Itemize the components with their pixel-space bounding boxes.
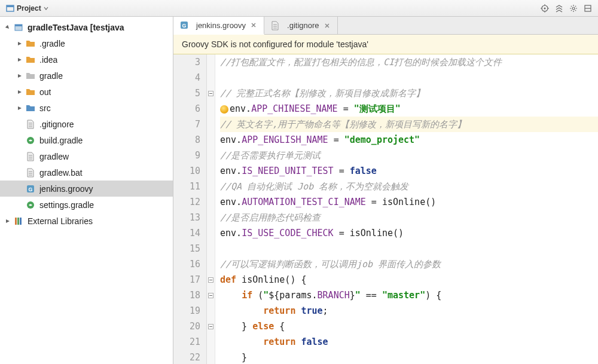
tab-label: .gitignore bbox=[287, 21, 319, 30]
locate-button[interactable] bbox=[538, 2, 551, 15]
code-editor[interactable]: 34567891011121314151617181920212223 //打包… bbox=[173, 54, 598, 364]
tab-label: jenkins.groovy bbox=[196, 21, 246, 30]
settings-button[interactable] bbox=[567, 2, 580, 15]
fold-marker bbox=[207, 334, 215, 350]
close-icon[interactable] bbox=[249, 21, 258, 29]
tree-item-src[interactable]: src bbox=[0, 100, 173, 116]
tree-item--gitignore[interactable]: .gitignore bbox=[0, 116, 173, 132]
line-number: 13 bbox=[173, 210, 200, 225]
code-line[interactable]: def isOnline() { bbox=[220, 272, 598, 287]
svg-rect-26 bbox=[15, 218, 17, 225]
code-line[interactable]: } bbox=[220, 350, 598, 364]
fold-marker[interactable] bbox=[207, 287, 215, 303]
fold-marker bbox=[207, 303, 215, 319]
tree-item-label: .idea bbox=[39, 55, 57, 65]
tree-item-gradle[interactable]: gradle bbox=[0, 68, 173, 84]
expand-arrow-icon[interactable] bbox=[4, 23, 12, 32]
svg-rect-12 bbox=[15, 25, 22, 26]
code-line[interactable] bbox=[220, 70, 598, 85]
tree-item-build-gradle[interactable]: build.gradle bbox=[0, 132, 173, 148]
lightbulb-icon[interactable] bbox=[220, 105, 228, 114]
expand-arrow-icon[interactable] bbox=[16, 169, 24, 177]
line-number: 20 bbox=[173, 319, 200, 334]
project-root[interactable]: gradleTestJava [testjava bbox=[0, 19, 173, 35]
tab--gitignore[interactable]: .gitignore bbox=[264, 17, 337, 34]
module-icon bbox=[13, 22, 24, 33]
line-number: 14 bbox=[173, 225, 200, 241]
fold-marker bbox=[207, 163, 215, 179]
tab-jenkins-groovy[interactable]: Gjenkins.groovy bbox=[173, 17, 264, 35]
code-line[interactable]: env.AUTOMATION_TEST_CI_NAME = isOnline() bbox=[220, 194, 598, 210]
fold-marker[interactable] bbox=[207, 319, 215, 334]
file-groovy-icon: G bbox=[25, 183, 36, 194]
code-line[interactable]: // 完整正式名称【别修改，新项目修改成新名字】 bbox=[220, 85, 598, 101]
expand-arrow-icon[interactable] bbox=[16, 120, 24, 129]
expand-arrow-icon[interactable] bbox=[16, 136, 24, 145]
code-line[interactable]: //打包配置文件，配置打包相关的信息，CI打包的时候会加载这个文件 bbox=[220, 54, 598, 70]
fold-marker[interactable] bbox=[207, 85, 215, 101]
code-line[interactable]: env.IS_USE_CODE_CHECK = isOnline() bbox=[220, 225, 598, 241]
line-number: 7 bbox=[173, 117, 200, 132]
expand-arrow-icon[interactable] bbox=[16, 56, 24, 64]
expand-arrow-icon[interactable] bbox=[4, 217, 12, 225]
code-line[interactable]: env.APP_CHINESE_NAME = "测试项目" bbox=[220, 101, 598, 117]
expand-arrow-icon[interactable] bbox=[16, 104, 24, 112]
text-file-icon bbox=[270, 21, 280, 30]
expand-arrow-icon[interactable] bbox=[16, 88, 24, 96]
collapse-all-button[interactable] bbox=[553, 2, 566, 15]
expand-arrow-icon[interactable] bbox=[16, 201, 24, 209]
line-number: 4 bbox=[173, 70, 200, 85]
sdk-notification[interactable]: Groovy SDK is not configured for module … bbox=[173, 35, 598, 54]
code-line[interactable]: return false bbox=[220, 334, 598, 350]
fold-marker bbox=[207, 256, 215, 272]
gear-icon bbox=[569, 4, 578, 13]
tree-item-out[interactable]: out bbox=[0, 84, 173, 100]
line-number: 17 bbox=[173, 272, 200, 287]
code-line[interactable]: // 英文名字,用于产物命名等【别修改，新项目写新的名字】 bbox=[220, 117, 598, 132]
external-libraries-label: External Libraries bbox=[28, 216, 93, 226]
code-content[interactable]: //打包配置文件，配置打包相关的信息，CI打包的时候会加载这个文件 // 完整正… bbox=[215, 54, 598, 364]
line-number: 6 bbox=[173, 101, 200, 117]
code-line[interactable]: //是否需要执行单元测试 bbox=[220, 148, 598, 163]
folder-gray-icon bbox=[25, 71, 36, 81]
tree-item--idea[interactable]: .idea bbox=[0, 51, 173, 68]
file-text-icon bbox=[25, 151, 36, 162]
main-area: gradleTestJava [testjava .gradle.ideagra… bbox=[0, 17, 598, 364]
code-line[interactable]: //是否启用静态代码检查 bbox=[220, 210, 598, 225]
expand-arrow-icon[interactable] bbox=[16, 185, 24, 193]
expand-arrow-icon[interactable] bbox=[16, 39, 24, 48]
code-line[interactable] bbox=[220, 241, 598, 256]
code-line[interactable]: //可以写逻辑判断函数，可以调用job 界面传入的参数 bbox=[220, 256, 598, 272]
line-number: 18 bbox=[173, 287, 200, 303]
code-line[interactable]: env.APP_ENGLISH_NAME = "demo_project" bbox=[220, 132, 598, 148]
tree-item-gradlew-bat[interactable]: gradlew.bat bbox=[0, 164, 173, 181]
line-number: 3 bbox=[173, 54, 200, 70]
library-icon bbox=[13, 216, 24, 227]
svg-text:G: G bbox=[28, 186, 32, 192]
expand-arrow-icon[interactable] bbox=[16, 72, 24, 80]
fold-marker bbox=[207, 117, 215, 132]
hide-button[interactable] bbox=[581, 2, 594, 15]
project-panel-label[interactable]: Project bbox=[4, 4, 51, 13]
groovy-file-icon: G bbox=[179, 20, 189, 30]
tree-item-gradlew[interactable]: gradlew bbox=[0, 148, 173, 164]
fold-marker bbox=[207, 350, 215, 364]
tree-item--gradle[interactable]: .gradle bbox=[0, 35, 173, 51]
code-line[interactable]: //QA 自动化测试 Job 名称，不为空就会触发 bbox=[220, 179, 598, 194]
tree-item-label: jenkins.groovy bbox=[39, 184, 93, 194]
code-line[interactable]: if ("${params.BRANCH}" == "master") { bbox=[220, 287, 598, 303]
tree-item-label: gradlew bbox=[39, 152, 69, 161]
svg-point-3 bbox=[544, 7, 546, 9]
expand-arrow-icon[interactable] bbox=[16, 152, 24, 161]
fold-marker[interactable] bbox=[207, 272, 215, 287]
tree-item-jenkins-groovy[interactable]: Gjenkins.groovy bbox=[0, 181, 173, 197]
code-line[interactable]: } else { bbox=[220, 319, 598, 334]
project-tree[interactable]: gradleTestJava [testjava .gradle.ideagra… bbox=[0, 17, 173, 364]
close-icon[interactable] bbox=[323, 22, 331, 30]
editor-tabs: Gjenkins.groovy.gitignore bbox=[173, 17, 598, 35]
tree-item-settings-gradle[interactable]: settings.gradle bbox=[0, 197, 173, 213]
code-line[interactable]: env.IS_NEED_UNIT_TEST = false bbox=[220, 163, 598, 179]
code-line[interactable]: return true; bbox=[220, 303, 598, 319]
svg-rect-28 bbox=[20, 218, 22, 225]
external-libraries[interactable]: External Libraries bbox=[0, 213, 173, 229]
